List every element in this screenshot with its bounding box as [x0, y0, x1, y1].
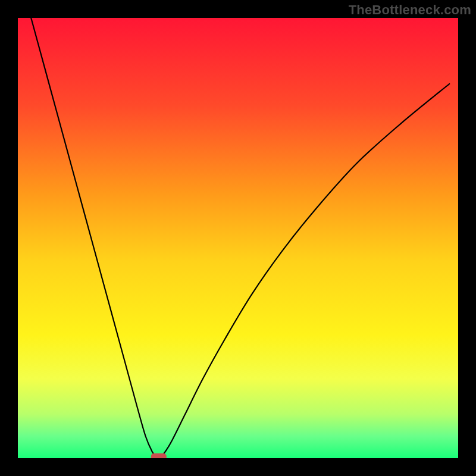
optimal-marker — [151, 453, 167, 458]
gradient-background — [18, 18, 458, 458]
chart-frame: TheBottleneck.com — [0, 0, 476, 476]
watermark-text: TheBottleneck.com — [349, 2, 471, 18]
plot-area — [18, 18, 458, 458]
bottleneck-curve-chart — [18, 18, 458, 458]
